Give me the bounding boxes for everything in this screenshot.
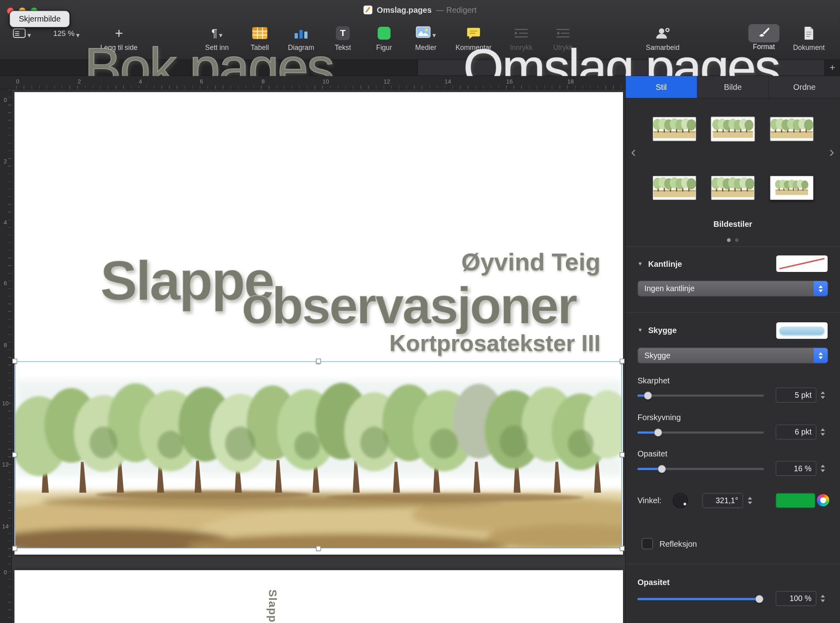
view-button[interactable]: ▾ <box>5 24 38 57</box>
cover-author-text[interactable]: Øyvind Teig <box>461 250 600 274</box>
pages-window: Omslag.pages — Redigert ▾ 125 % ▾ + Legg… <box>0 0 840 623</box>
ruler-mark: 8 <box>2 341 9 348</box>
shadow-style-dropdown[interactable]: Skygge <box>637 347 828 363</box>
ruler-mark: 14 <box>2 523 9 530</box>
shadow-opacity-value-field[interactable]: 16 % <box>776 461 816 476</box>
shadow-preview-well[interactable] <box>776 322 828 339</box>
ruler-mark: 6 <box>200 78 203 85</box>
angle-dial-dot <box>683 503 686 506</box>
opacity-section-label: Opasitet <box>637 577 669 587</box>
tab-bok-pages[interactable]: Bok.pages <box>0 60 418 75</box>
tab-arrange[interactable]: Ordne <box>769 76 840 98</box>
ruler-mark: 0 <box>16 78 19 85</box>
document-tabbar: Bok.pages Omslag.pages + <box>0 60 840 76</box>
reflection-checkbox[interactable] <box>642 538 653 549</box>
document-label: Dokument <box>788 44 830 52</box>
opacity-slider[interactable] <box>637 595 764 603</box>
offset-value-field[interactable]: 6 pkt <box>776 425 816 440</box>
chevron-down-icon: ▾ <box>28 31 31 39</box>
disclosure-triangle-icon[interactable]: ▼ <box>637 261 643 267</box>
pagination-dot[interactable] <box>735 238 738 242</box>
blur-label: Skarphet <box>637 376 669 385</box>
disclosure-triangle-icon[interactable]: ▼ <box>637 327 643 333</box>
styles-next-arrow[interactable]: › <box>829 145 834 160</box>
selection-handle[interactable] <box>12 359 17 363</box>
selection-handle[interactable] <box>12 452 17 457</box>
ruler-mark: 12 <box>384 78 390 85</box>
ruler-mark: 6 <box>2 280 9 287</box>
image-style-thumbnail[interactable] <box>711 176 755 200</box>
inspector-tabs: Stil Bilde Ordne <box>626 76 840 98</box>
shadow-color-well[interactable] <box>776 493 815 508</box>
new-tab-button[interactable]: + <box>825 60 840 75</box>
slider-knob[interactable] <box>755 595 763 603</box>
pages-app-icon <box>363 5 372 14</box>
cover-title-line2[interactable]: observasjoner <box>242 280 576 331</box>
slider-knob[interactable] <box>654 429 662 436</box>
ruler-mark: 0 <box>2 96 9 103</box>
tab-style[interactable]: Stil <box>626 76 697 98</box>
document-canvas[interactable]: 0 2 4 6 8 10 12 14 0 Øyvind Teig Slappe … <box>0 89 625 623</box>
watercolor-trees-image <box>15 361 622 548</box>
angle-label: Vinkel: <box>637 496 661 505</box>
selection-handle[interactable] <box>620 452 625 457</box>
reflection-label: Refleksjon <box>659 539 697 548</box>
blur-value-field[interactable]: 5 pkt <box>776 388 816 403</box>
image-style-thumbnail[interactable] <box>653 117 697 141</box>
ruler-mark: 12 <box>2 461 9 468</box>
angle-dial[interactable] <box>673 493 688 508</box>
selection-handle[interactable] <box>620 359 625 363</box>
shape-button[interactable]: Figur <box>365 24 403 57</box>
image-style-thumbnail[interactable] <box>653 176 697 200</box>
border-section-header[interactable]: ▼ Kantlinje <box>637 259 682 268</box>
vertical-ruler: 0 2 4 6 8 10 12 14 0 <box>0 89 12 623</box>
blur-slider[interactable] <box>637 391 764 400</box>
shadow-opacity-slider[interactable] <box>637 465 764 473</box>
offset-slider[interactable] <box>637 428 764 436</box>
zoom-level: 125 % <box>53 29 74 37</box>
cover-subtitle-text[interactable]: Kortprosatekster III <box>389 332 601 355</box>
image-style-thumbnail-framed[interactable] <box>770 176 814 200</box>
slider-knob[interactable] <box>644 392 652 400</box>
dropdown-arrows-icon <box>814 281 828 296</box>
media-button[interactable]: ▾ Medier <box>404 24 447 57</box>
image-style-thumbnail[interactable] <box>770 117 814 141</box>
document-button[interactable]: Dokument <box>788 24 830 57</box>
selection-handle[interactable] <box>316 546 320 551</box>
media-label: Medier <box>404 44 447 52</box>
document-page-1[interactable]: Øyvind Teig Slappe observasjoner Kortpro… <box>14 92 623 555</box>
opacity-stepper[interactable] <box>818 591 826 606</box>
selection-handle[interactable] <box>620 546 625 551</box>
border-preview-well[interactable] <box>776 255 828 272</box>
border-style-dropdown[interactable]: Ingen kantlinje <box>637 280 828 296</box>
zoom-control[interactable]: 125 % ▾ <box>47 24 86 57</box>
spine-text[interactable]: Slappe <box>266 589 279 623</box>
color-picker-wheel[interactable] <box>817 494 829 506</box>
styles-prev-arrow[interactable]: ‹ <box>631 145 636 160</box>
opacity-value-field[interactable]: 100 % <box>776 591 816 606</box>
cover-image[interactable] <box>15 361 622 548</box>
shadow-section-header[interactable]: ▼ Skygge <box>637 325 677 335</box>
offset-stepper[interactable] <box>818 425 826 440</box>
selection-handle[interactable] <box>316 359 320 363</box>
document-title: Omslag.pages <box>377 5 432 14</box>
ruler-mark: 4 <box>2 219 9 226</box>
shadow-opacity-stepper[interactable] <box>818 461 826 476</box>
angle-value-field[interactable]: 321,1° <box>702 493 743 508</box>
screen: Omslag.pages — Redigert ▾ 125 % ▾ + Legg… <box>0 0 840 623</box>
ruler-mark: 18 <box>567 78 574 85</box>
blur-stepper[interactable] <box>818 388 826 403</box>
document-edited-state: — Redigert <box>436 5 477 14</box>
document-page-2[interactable]: Slappe <box>14 570 623 623</box>
document-icon <box>788 24 830 43</box>
tab-omslag-pages[interactable]: Omslag.pages <box>418 60 825 75</box>
slider-knob[interactable] <box>658 465 666 473</box>
offset-label: Forskyvning <box>637 413 681 422</box>
tab-image[interactable]: Bilde <box>697 76 769 98</box>
format-inspector: Stil Bilde Ordne ‹ › Bildestiler ▼ Kantl… <box>625 76 840 623</box>
angle-stepper[interactable] <box>746 493 754 508</box>
image-style-thumbnail-selected[interactable] <box>711 117 755 141</box>
pagination-dot[interactable] <box>727 238 731 242</box>
selection-handle[interactable] <box>12 546 17 551</box>
styles-pagination[interactable] <box>626 234 840 244</box>
